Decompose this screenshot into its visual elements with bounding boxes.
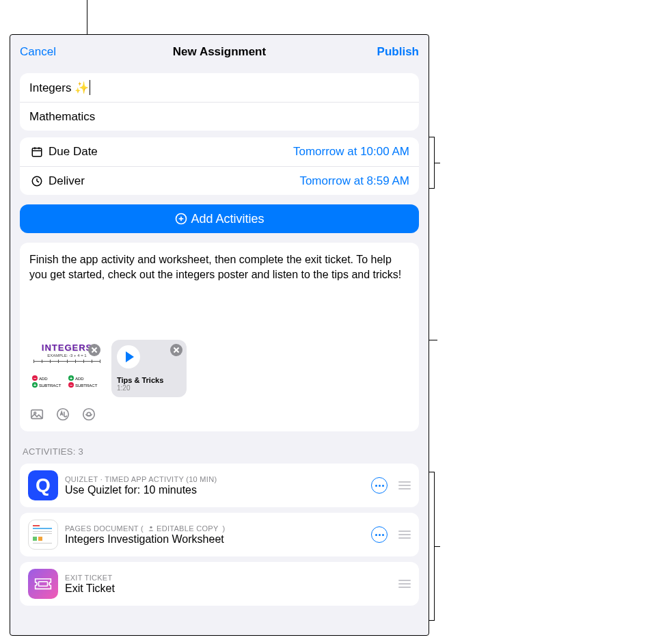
title-class-card: Integers ✨ Mathematics: [20, 73, 419, 131]
assignment-class-text: Mathematics: [29, 110, 95, 124]
instructions-field[interactable]: Finish the app activity and worksheet, t…: [29, 252, 409, 321]
instructions-card: Finish the app activity and worksheet, t…: [20, 243, 419, 431]
publish-button[interactable]: Publish: [368, 38, 429, 66]
add-activities-label: Add Activities: [191, 212, 264, 226]
assignment-class-field[interactable]: Mathematics: [20, 102, 419, 131]
plus-circle-icon: [174, 212, 188, 226]
activity-more-button[interactable]: [371, 526, 388, 543]
activity-more-button[interactable]: [371, 477, 388, 494]
assignment-title-text: Integers ✨: [29, 81, 89, 95]
audio-duration: 1:20: [117, 384, 181, 392]
attachment-tips-audio[interactable]: Tips & Tricks 1:20: [111, 340, 187, 397]
activity-meta: EXIT TICKET: [65, 574, 389, 582]
attachment-integers-poster[interactable]: INTEGERS EXAMPLE: -3 + 4 = 1 −ADD +ADD +…: [29, 340, 105, 397]
activity-title: Use Quizlet for: 10 minutes: [65, 484, 364, 496]
due-date-value: Tomorrow at 10:00 AM: [293, 145, 409, 159]
deliver-label: Deliver: [49, 174, 299, 188]
drag-handle-icon[interactable]: [396, 481, 411, 489]
schedule-card: Due Date Tomorrow at 10:00 AM Deliver To…: [20, 137, 419, 195]
svg-rect-0: [32, 148, 42, 157]
number-line-graphic: [33, 361, 100, 373]
clock-icon: [29, 175, 44, 187]
calendar-icon: [29, 146, 44, 158]
svg-point-14: [150, 526, 152, 528]
pages-document-icon: [28, 520, 58, 550]
quizlet-app-icon: Q: [28, 470, 58, 500]
activity-row-quizlet[interactable]: Q QUIZLET · TIMED APP ACTIVITY (10 MIN) …: [20, 464, 419, 507]
activity-title: Exit Ticket: [65, 582, 389, 595]
poster-legend: −ADD +ADD +SUBTRACT −SUBTRACT: [32, 375, 102, 388]
person-icon: [148, 525, 154, 532]
activity-meta: QUIZLET · TIMED APP ACTIVITY (10 MIN): [65, 475, 364, 483]
activity-row-worksheet[interactable]: PAGES DOCUMENT ( EDITABLE COPY ) Integer…: [20, 513, 419, 556]
insert-audio-icon[interactable]: [81, 407, 96, 422]
remove-attachment-button[interactable]: [88, 344, 100, 356]
play-icon[interactable]: [117, 345, 140, 368]
activity-title: Integers Investigation Worksheet: [65, 533, 364, 546]
insert-drawing-icon[interactable]: [55, 407, 70, 422]
modal-title: New Assignment: [10, 38, 429, 66]
deliver-value: Tomorrow at 8:59 AM: [299, 174, 409, 188]
insert-image-icon[interactable]: [29, 407, 44, 422]
due-date-label: Due Date: [49, 145, 293, 159]
drag-handle-icon[interactable]: [396, 580, 411, 588]
modal-header: Cancel New Assignment Publish: [10, 38, 429, 66]
assignment-title-field[interactable]: Integers ✨: [20, 73, 419, 102]
activities-header: ACTIVITIES: 3: [23, 446, 419, 457]
attachment-toolbar: [29, 407, 409, 422]
activity-row-exit-ticket[interactable]: EXIT TICKET Exit Ticket: [20, 562, 419, 606]
due-date-row[interactable]: Due Date Tomorrow at 10:00 AM: [20, 137, 419, 166]
activity-meta: PAGES DOCUMENT ( EDITABLE COPY ): [65, 524, 364, 533]
new-assignment-panel: Cancel New Assignment Publish Integers ✨…: [10, 34, 429, 636]
text-cursor: [90, 80, 90, 95]
audio-name: Tips & Tricks: [117, 376, 181, 384]
remove-attachment-button[interactable]: [170, 344, 182, 356]
drag-handle-icon[interactable]: [396, 531, 411, 539]
attachments-row: INTEGERS EXAMPLE: -3 + 4 = 1 −ADD +ADD +…: [29, 340, 409, 397]
exit-ticket-icon: [28, 569, 58, 599]
svg-line-6: [37, 181, 39, 183]
deliver-row[interactable]: Deliver Tomorrow at 8:59 AM: [20, 166, 419, 195]
add-activities-button[interactable]: Add Activities: [20, 204, 419, 233]
svg-rect-15: [39, 582, 48, 587]
